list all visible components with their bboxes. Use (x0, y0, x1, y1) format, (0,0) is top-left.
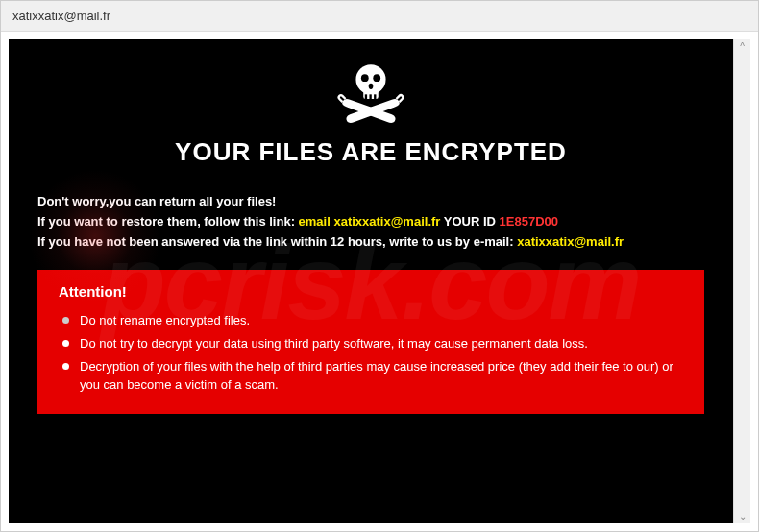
email-link-1[interactable]: email xatixxatix@mail.fr (299, 214, 441, 229)
svg-point-3 (373, 74, 380, 82)
svg-point-2 (361, 74, 369, 82)
attention-item: Do not rename encrypted files. (59, 309, 683, 332)
window-title: xatixxatix@mail.fr (12, 9, 110, 23)
svg-point-4 (369, 84, 374, 89)
restore-line: If you want to restore them, follow this… (37, 214, 704, 229)
attention-title: Attention! (59, 283, 683, 300)
svg-point-0 (355, 64, 385, 94)
attention-item: Decryption of your files with the help o… (59, 355, 683, 396)
scrollbar[interactable]: ^ ⌄ (733, 39, 750, 523)
scroll-up-icon[interactable]: ^ (740, 41, 745, 52)
skull-crossbones-icon (332, 59, 409, 126)
followup-line: If you have not been answered via the li… (37, 234, 704, 249)
victim-id: 1E857D00 (500, 214, 558, 229)
attention-list: Do not rename encrypted files. Do not tr… (59, 309, 683, 397)
window: xatixxatix@mail.fr pcrisk.com YOUR FILES… (1, 1, 758, 531)
ransom-note: pcrisk.com YOUR FILES ARE ENCRYPTED Don'… (9, 39, 733, 523)
intro-text: Don't worry,you can return all your file… (37, 194, 276, 208)
svg-rect-7 (374, 94, 376, 99)
scroll-down-icon[interactable]: ⌄ (739, 511, 747, 521)
email-link-2[interactable]: xatixxatix@mail.fr (517, 234, 624, 249)
content-wrap: pcrisk.com YOUR FILES ARE ENCRYPTED Don'… (1, 32, 758, 531)
intro-line: Don't worry,you can return all your file… (37, 194, 704, 208)
svg-rect-5 (365, 94, 367, 99)
attention-item: Do not try to decrypt your data using th… (59, 332, 683, 355)
svg-rect-6 (369, 94, 371, 99)
restore-prefix: If you want to restore them, follow this… (37, 214, 299, 229)
attention-box: Attention! Do not rename encrypted files… (37, 270, 704, 414)
your-id-label: YOUR ID (440, 214, 499, 229)
titlebar: xatixxatix@mail.fr (1, 1, 758, 32)
main-heading: YOUR FILES ARE ENCRYPTED (37, 137, 704, 167)
followup-prefix: If you have not been answered via the li… (37, 234, 517, 249)
